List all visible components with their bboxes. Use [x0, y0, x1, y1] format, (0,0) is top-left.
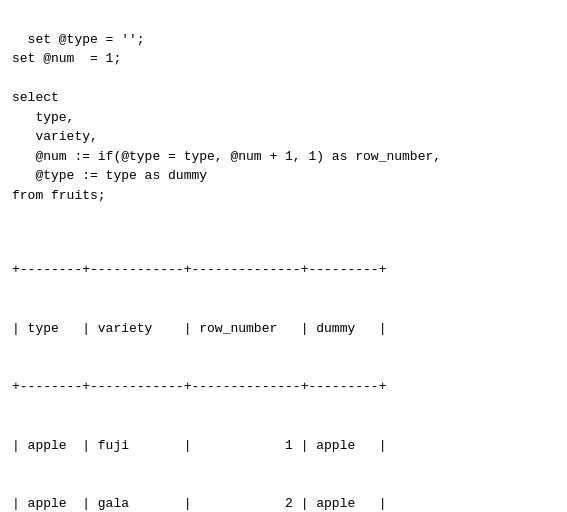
code-line-9: from fruits;	[12, 188, 106, 203]
code-line-7: @num := if(@type = type, @num + 1, 1) as…	[12, 149, 441, 164]
code-line-6: variety,	[12, 129, 98, 144]
results-table: +--------+------------+--------------+--…	[12, 221, 555, 512]
code-section: set @type = ''; set @num = 1; select typ…	[12, 10, 555, 205]
code-line-8: @type := type as dummy	[12, 168, 207, 183]
code-line-1: set @type = '';	[28, 32, 145, 47]
code-line-5: type,	[12, 110, 74, 125]
table-header-separator: +--------+------------+--------------+--…	[12, 377, 555, 397]
table-top-border: +--------+------------+--------------+--…	[12, 260, 555, 280]
table-header: | type | variety | row_number | dummy |	[12, 319, 555, 339]
code-line-4: select	[12, 90, 59, 105]
table-row: | apple | gala | 2 | apple |	[12, 494, 555, 512]
table-row: | apple | fuji | 1 | apple |	[12, 436, 555, 456]
code-line-2: set @num = 1;	[12, 51, 121, 66]
